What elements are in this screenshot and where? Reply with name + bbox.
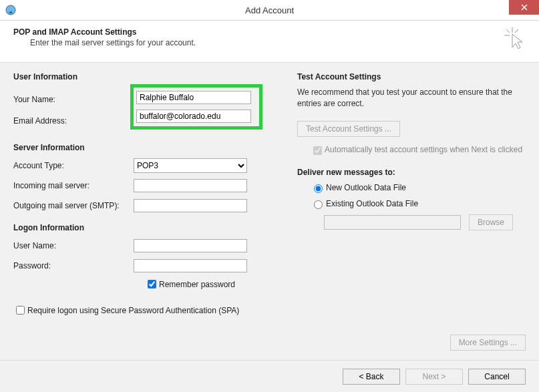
radio-new-label: New Outlook Data File	[326, 183, 406, 192]
more-settings-button[interactable]: More Settings ...	[450, 335, 526, 351]
test-account-button[interactable]: Test Account Settings ...	[297, 121, 400, 137]
close-icon	[521, 4, 528, 11]
incoming-label: Incoming mail server:	[13, 181, 134, 190]
user-info-heading: User Information	[13, 72, 271, 81]
remember-password-checkbox[interactable]	[148, 280, 156, 288]
server-info-heading: Server Information	[13, 143, 271, 152]
radio-existing-label: Existing Outlook Data File	[326, 199, 418, 208]
back-button[interactable]: < Back	[343, 369, 400, 385]
logon-info-heading: Logon Information	[13, 223, 271, 232]
deliver-heading: Deliver new messages to:	[297, 168, 526, 177]
radio-existing-file[interactable]	[314, 200, 323, 209]
email-input[interactable]	[136, 110, 251, 123]
app-icon	[5, 5, 16, 15]
your-name-label: Your Name:	[13, 91, 134, 108]
right-column: Test Account Settings We recommend that …	[297, 72, 526, 317]
spa-checkbox[interactable]	[16, 306, 25, 315]
cancel-button[interactable]: Cancel	[468, 369, 526, 385]
your-name-input[interactable]	[136, 91, 251, 104]
close-button[interactable]	[509, 0, 539, 15]
cursor-icon	[504, 27, 527, 52]
next-button[interactable]: Next >	[405, 369, 463, 385]
test-description: We recommend that you test your account …	[297, 87, 526, 110]
user-name-input[interactable]	[134, 239, 247, 252]
highlight-box	[130, 84, 262, 130]
account-type-select[interactable]: POP3	[134, 158, 247, 173]
radio-new-file[interactable]	[314, 184, 323, 193]
outgoing-label: Outgoing mail server (SMTP):	[13, 201, 134, 210]
remember-password-label: Remember password	[159, 280, 235, 289]
auto-test-checkbox[interactable]	[313, 146, 322, 155]
wizard-footer: < Back Next > Cancel	[0, 360, 539, 392]
spa-label: Require logon using Secure Password Auth…	[27, 306, 239, 315]
window-title: Add Account	[0, 5, 539, 15]
titlebar: Add Account	[0, 0, 539, 21]
left-column: User Information Your Name: Email Addres…	[13, 72, 271, 317]
header-subheading: Enter the mail server settings for your …	[30, 38, 526, 47]
auto-test-label: Automatically test account settings when…	[325, 145, 522, 154]
browse-button[interactable]: Browse	[469, 214, 513, 230]
outgoing-input[interactable]	[134, 199, 247, 212]
password-input[interactable]	[134, 259, 247, 272]
user-name-label: User Name:	[13, 241, 134, 250]
account-type-label: Account Type:	[13, 161, 134, 170]
svg-line-5	[506, 29, 510, 33]
svg-line-6	[515, 29, 518, 33]
incoming-input[interactable]	[134, 179, 247, 192]
password-label: Password:	[13, 261, 134, 270]
existing-file-input[interactable]	[324, 215, 461, 230]
header-heading: POP and IMAP Account Settings	[13, 27, 526, 37]
wizard-body: User Information Your Name: Email Addres…	[0, 63, 539, 360]
wizard-header: POP and IMAP Account Settings Enter the …	[0, 21, 539, 63]
test-heading: Test Account Settings	[297, 72, 526, 81]
email-label: Email Address:	[13, 113, 134, 129]
